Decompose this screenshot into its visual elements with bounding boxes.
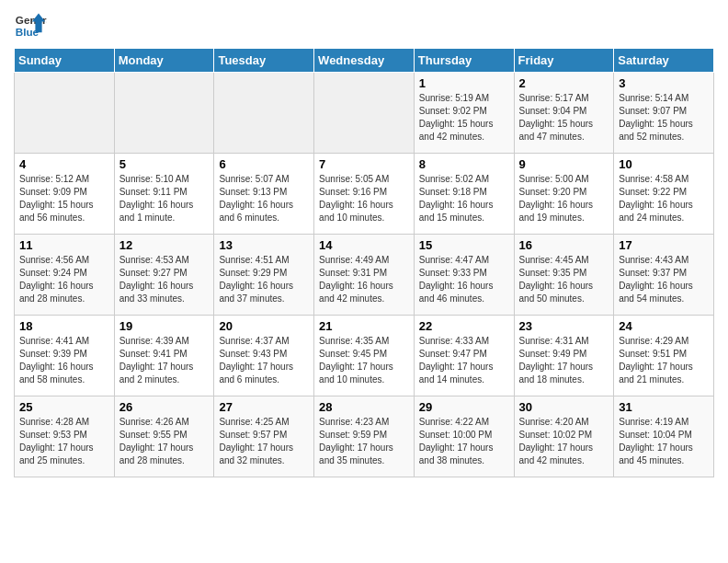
day-cell: 1Sunrise: 5:19 AM Sunset: 9:02 PM Daylig… xyxy=(414,73,514,154)
week-row-5: 25Sunrise: 4:28 AM Sunset: 9:53 PM Dayli… xyxy=(15,396,714,477)
week-row-2: 4Sunrise: 5:12 AM Sunset: 9:09 PM Daylig… xyxy=(15,154,714,235)
day-cell: 28Sunrise: 4:23 AM Sunset: 9:59 PM Dayli… xyxy=(314,396,415,477)
day-cell: 6Sunrise: 5:07 AM Sunset: 9:13 PM Daylig… xyxy=(214,154,314,235)
day-cell xyxy=(314,73,415,154)
logo: General Blue xyxy=(14,9,47,42)
day-cell: 5Sunrise: 5:10 AM Sunset: 9:11 PM Daylig… xyxy=(114,154,214,235)
day-info: Sunrise: 5:00 AM Sunset: 9:20 PM Dayligh… xyxy=(519,173,609,224)
day-number: 18 xyxy=(19,319,109,333)
day-number: 19 xyxy=(119,319,210,333)
day-number: 2 xyxy=(519,76,609,90)
day-info: Sunrise: 4:39 AM Sunset: 9:41 PM Dayligh… xyxy=(119,335,210,386)
day-info: Sunrise: 5:19 AM Sunset: 9:02 PM Dayligh… xyxy=(419,92,509,144)
day-info: Sunrise: 4:43 AM Sunset: 9:37 PM Dayligh… xyxy=(619,254,709,305)
day-cell: 16Sunrise: 4:45 AM Sunset: 9:35 PM Dayli… xyxy=(514,235,614,316)
day-number: 1 xyxy=(419,76,509,90)
day-number: 6 xyxy=(219,157,309,171)
day-cell: 27Sunrise: 4:25 AM Sunset: 9:57 PM Dayli… xyxy=(214,396,314,477)
day-info: Sunrise: 5:05 AM Sunset: 9:16 PM Dayligh… xyxy=(319,173,409,224)
day-number: 12 xyxy=(119,238,210,252)
day-cell: 8Sunrise: 5:02 AM Sunset: 9:18 PM Daylig… xyxy=(414,154,514,235)
header-thursday: Thursday xyxy=(414,49,514,73)
day-number: 30 xyxy=(519,400,609,414)
day-info: Sunrise: 4:35 AM Sunset: 9:45 PM Dayligh… xyxy=(319,335,409,386)
day-info: Sunrise: 4:33 AM Sunset: 9:47 PM Dayligh… xyxy=(419,335,509,386)
day-info: Sunrise: 4:26 AM Sunset: 9:55 PM Dayligh… xyxy=(119,416,210,467)
day-number: 11 xyxy=(19,238,109,252)
day-cell: 13Sunrise: 4:51 AM Sunset: 9:29 PM Dayli… xyxy=(214,235,314,316)
day-info: Sunrise: 4:19 AM Sunset: 10:04 PM Daylig… xyxy=(619,416,709,467)
day-info: Sunrise: 4:47 AM Sunset: 9:33 PM Dayligh… xyxy=(419,254,509,305)
day-info: Sunrise: 5:12 AM Sunset: 9:09 PM Dayligh… xyxy=(19,173,109,224)
day-number: 17 xyxy=(619,238,709,252)
day-info: Sunrise: 4:25 AM Sunset: 9:57 PM Dayligh… xyxy=(219,416,309,467)
day-number: 15 xyxy=(419,238,509,252)
day-cell: 3Sunrise: 5:14 AM Sunset: 9:07 PM Daylig… xyxy=(614,73,714,154)
day-info: Sunrise: 4:23 AM Sunset: 9:59 PM Dayligh… xyxy=(319,416,409,467)
day-number: 20 xyxy=(219,319,309,333)
header-sunday: Sunday xyxy=(15,49,115,73)
day-number: 5 xyxy=(119,157,210,171)
day-number: 21 xyxy=(319,319,409,333)
day-cell xyxy=(114,73,214,154)
calendar-table: SundayMondayTuesdayWednesdayThursdayFrid… xyxy=(14,48,714,477)
day-number: 14 xyxy=(319,238,409,252)
day-cell xyxy=(214,73,314,154)
day-number: 13 xyxy=(219,238,309,252)
day-cell: 20Sunrise: 4:37 AM Sunset: 9:43 PM Dayli… xyxy=(214,316,314,396)
day-cell: 23Sunrise: 4:31 AM Sunset: 9:49 PM Dayli… xyxy=(514,316,614,396)
day-cell: 14Sunrise: 4:49 AM Sunset: 9:31 PM Dayli… xyxy=(314,235,415,316)
day-cell: 19Sunrise: 4:39 AM Sunset: 9:41 PM Dayli… xyxy=(114,316,214,396)
day-cell: 11Sunrise: 4:56 AM Sunset: 9:24 PM Dayli… xyxy=(15,235,115,316)
day-info: Sunrise: 5:07 AM Sunset: 9:13 PM Dayligh… xyxy=(219,173,309,224)
day-info: Sunrise: 5:17 AM Sunset: 9:04 PM Dayligh… xyxy=(519,92,609,144)
day-cell: 26Sunrise: 4:26 AM Sunset: 9:55 PM Dayli… xyxy=(114,396,214,477)
day-number: 8 xyxy=(419,157,509,171)
day-number: 4 xyxy=(19,157,109,171)
logo-icon: General Blue xyxy=(14,9,47,42)
header-wednesday: Wednesday xyxy=(314,49,415,73)
day-number: 3 xyxy=(619,76,709,90)
day-cell: 4Sunrise: 5:12 AM Sunset: 9:09 PM Daylig… xyxy=(15,154,115,235)
day-number: 28 xyxy=(319,400,409,414)
day-info: Sunrise: 5:10 AM Sunset: 9:11 PM Dayligh… xyxy=(119,173,210,224)
day-number: 9 xyxy=(519,157,609,171)
day-cell: 21Sunrise: 4:35 AM Sunset: 9:45 PM Dayli… xyxy=(314,316,415,396)
header-friday: Friday xyxy=(514,49,614,73)
day-number: 7 xyxy=(319,157,409,171)
day-info: Sunrise: 4:56 AM Sunset: 9:24 PM Dayligh… xyxy=(19,254,109,305)
day-info: Sunrise: 4:29 AM Sunset: 9:51 PM Dayligh… xyxy=(619,335,709,386)
day-number: 31 xyxy=(619,400,709,414)
day-cell: 10Sunrise: 4:58 AM Sunset: 9:22 PM Dayli… xyxy=(614,154,714,235)
page-header: General Blue xyxy=(14,9,714,42)
day-cell: 17Sunrise: 4:43 AM Sunset: 9:37 PM Dayli… xyxy=(614,235,714,316)
day-cell: 29Sunrise: 4:22 AM Sunset: 10:00 PM Dayl… xyxy=(414,396,514,477)
day-cell: 22Sunrise: 4:33 AM Sunset: 9:47 PM Dayli… xyxy=(414,316,514,396)
day-cell: 7Sunrise: 5:05 AM Sunset: 9:16 PM Daylig… xyxy=(314,154,415,235)
day-number: 23 xyxy=(519,319,609,333)
day-number: 16 xyxy=(519,238,609,252)
day-info: Sunrise: 4:58 AM Sunset: 9:22 PM Dayligh… xyxy=(619,173,709,224)
header-saturday: Saturday xyxy=(614,49,714,73)
calendar-body: 1Sunrise: 5:19 AM Sunset: 9:02 PM Daylig… xyxy=(15,73,714,477)
day-cell: 2Sunrise: 5:17 AM Sunset: 9:04 PM Daylig… xyxy=(514,73,614,154)
day-cell xyxy=(15,73,115,154)
calendar-header: SundayMondayTuesdayWednesdayThursdayFrid… xyxy=(15,49,714,73)
day-number: 24 xyxy=(619,319,709,333)
day-info: Sunrise: 4:49 AM Sunset: 9:31 PM Dayligh… xyxy=(319,254,409,305)
header-monday: Monday xyxy=(114,49,214,73)
day-cell: 24Sunrise: 4:29 AM Sunset: 9:51 PM Dayli… xyxy=(614,316,714,396)
day-info: Sunrise: 4:51 AM Sunset: 9:29 PM Dayligh… xyxy=(219,254,309,305)
day-cell: 18Sunrise: 4:41 AM Sunset: 9:39 PM Dayli… xyxy=(15,316,115,396)
day-number: 29 xyxy=(419,400,509,414)
day-info: Sunrise: 4:37 AM Sunset: 9:43 PM Dayligh… xyxy=(219,335,309,386)
day-info: Sunrise: 4:22 AM Sunset: 10:00 PM Daylig… xyxy=(419,416,509,467)
header-tuesday: Tuesday xyxy=(214,49,314,73)
day-number: 22 xyxy=(419,319,509,333)
day-number: 25 xyxy=(19,400,109,414)
day-info: Sunrise: 4:31 AM Sunset: 9:49 PM Dayligh… xyxy=(519,335,609,386)
week-row-3: 11Sunrise: 4:56 AM Sunset: 9:24 PM Dayli… xyxy=(15,235,714,316)
day-info: Sunrise: 4:53 AM Sunset: 9:27 PM Dayligh… xyxy=(119,254,210,305)
day-info: Sunrise: 4:45 AM Sunset: 9:35 PM Dayligh… xyxy=(519,254,609,305)
day-cell: 31Sunrise: 4:19 AM Sunset: 10:04 PM Dayl… xyxy=(614,396,714,477)
